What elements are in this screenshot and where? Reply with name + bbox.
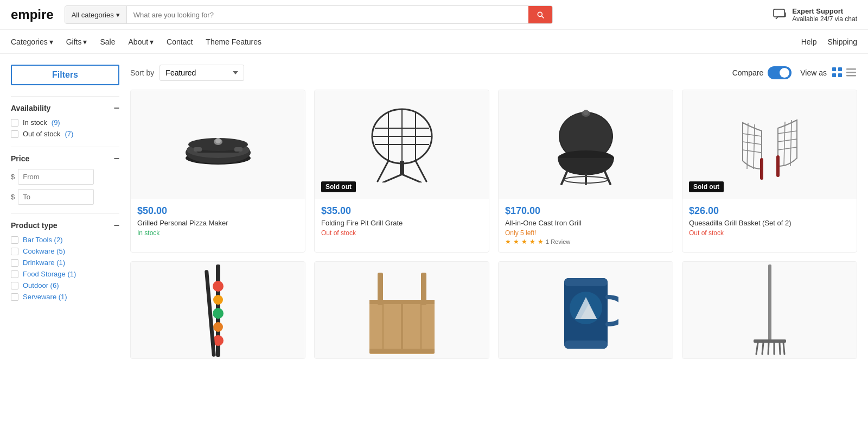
svg-point-52 [213, 295, 223, 305]
filter-out-of-stock[interactable]: Out of stock (7) [11, 130, 119, 138]
filter-in-stock[interactable]: In stock (9) [11, 118, 119, 127]
product-card-8[interactable] [682, 261, 857, 359]
expert-support[interactable]: Expert Support Available 24/7 via chat [773, 7, 857, 23]
bar-tools-label: Bar Tools (2) [23, 236, 62, 244]
svg-rect-16 [234, 147, 242, 152]
sort-select[interactable]: Featured Price: Low to High Price: High … [159, 65, 244, 81]
product-card-7[interactable] [498, 261, 673, 359]
availability-title: Availability − [11, 103, 119, 113]
availability-filter: Availability − In stock (9) Out of stock… [11, 96, 119, 138]
nav-categories[interactable]: Categories ▾ [11, 37, 53, 46]
svg-line-41 [747, 123, 748, 169]
compare-area: Compare [732, 66, 792, 79]
sort-by-label: Sort by [130, 68, 154, 77]
product-name-3: All-in-One Cast Iron Grill [505, 219, 666, 227]
price-toggle[interactable]: − [113, 154, 119, 163]
serveware-checkbox[interactable] [11, 293, 18, 301]
drinkware-checkbox[interactable] [11, 259, 18, 267]
compare-label: Compare [732, 68, 764, 77]
availability-label: Availability [11, 104, 50, 112]
cookware-checkbox[interactable] [11, 248, 18, 255]
svg-line-44 [778, 139, 797, 142]
star-1: ★ [505, 238, 511, 245]
price-to-input[interactable] [18, 189, 94, 205]
product-image-7 [499, 262, 673, 359]
svg-line-45 [778, 147, 797, 150]
in-stock-count: (9) [52, 118, 60, 127]
rake-icon [748, 264, 792, 357]
filter-drinkware[interactable]: Drinkware (1) [11, 259, 119, 267]
nav-help[interactable]: Help [801, 37, 817, 46]
filter-outdoor[interactable]: Outdoor (6) [11, 281, 119, 289]
svg-line-26 [402, 174, 421, 182]
star-5: ★ [538, 238, 544, 245]
product-type-toggle[interactable]: − [113, 221, 119, 230]
product-price-4: $26.00 [689, 205, 850, 217]
product-type-title: Product type − [11, 221, 119, 230]
nav-sale[interactable]: Sale [100, 37, 115, 46]
svg-point-32 [583, 110, 589, 115]
star-3: ★ [521, 238, 527, 245]
svg-point-54 [213, 322, 223, 332]
nav-shipping[interactable]: Shipping [828, 37, 858, 46]
svg-point-51 [213, 281, 224, 292]
svg-rect-7 [846, 75, 856, 77]
nav-theme-features[interactable]: Theme Features [206, 37, 261, 46]
filters-button[interactable]: Filters [11, 65, 119, 85]
svg-rect-4 [838, 73, 842, 77]
bar-tools-checkbox[interactable] [11, 236, 18, 244]
filter-food-storage[interactable]: Food Storage (1) [11, 270, 119, 278]
product-card-2[interactable]: Sold out [314, 90, 489, 253]
view-as-area: View as [800, 66, 857, 80]
filter-serveware[interactable]: Serveware (1) [11, 293, 119, 301]
filter-bar-tools[interactable]: Bar Tools (2) [11, 236, 119, 244]
from-dollar-sign: $ [11, 173, 15, 181]
pizza-maker-icon [180, 109, 256, 180]
product-card-6[interactable] [314, 261, 489, 359]
product-card-5[interactable] [130, 261, 305, 359]
product-card-1[interactable]: $50.00 Grilled Personal Pizza Maker In s… [130, 90, 305, 253]
star-2: ★ [513, 238, 519, 245]
grid-view-icon[interactable] [831, 66, 843, 80]
serveware-label: Serveware (1) [23, 293, 67, 301]
search-input[interactable] [127, 6, 528, 23]
toolbar: Sort by Featured Price: Low to High Pric… [130, 65, 857, 81]
product-stars-3: ★ ★ ★ ★ ★ 1 Review [505, 238, 666, 245]
category-dropdown[interactable]: All categories ▾ [65, 6, 127, 23]
product-type-filter: Product type − Bar Tools (2) Cookware (5… [11, 213, 119, 301]
svg-point-53 [213, 308, 224, 319]
product-only-left-3: Only 5 left! [505, 229, 666, 237]
crate-icon [364, 267, 440, 354]
price-from-input[interactable] [18, 169, 94, 185]
outdoor-checkbox[interactable] [11, 282, 18, 289]
compare-toggle[interactable] [768, 66, 792, 79]
search-button[interactable] [528, 6, 552, 23]
price-to-row: $ [11, 189, 119, 205]
chat-icon [773, 7, 788, 22]
list-view-icon[interactable] [845, 66, 857, 80]
svg-line-28 [416, 161, 426, 181]
product-info-1: $50.00 Grilled Personal Pizza Maker In s… [131, 199, 305, 243]
product-card-4[interactable]: Sold out [682, 90, 857, 253]
filter-cookware[interactable]: Cookware (5) [11, 247, 119, 255]
svg-line-34 [561, 172, 567, 184]
svg-rect-48 [760, 158, 763, 180]
in-stock-checkbox[interactable] [11, 119, 18, 127]
product-card-3[interactable]: $170.00 All-in-One Cast Iron Grill Only … [498, 90, 673, 253]
price-inputs: $ $ [11, 169, 119, 205]
svg-line-74 [762, 343, 763, 354]
logo[interactable]: empire [11, 7, 54, 22]
view-as-label: View as [800, 68, 827, 77]
out-of-stock-checkbox[interactable] [11, 130, 18, 138]
nav-gifts[interactable]: Gifts ▾ [66, 37, 87, 46]
nav-gifts-label: Gifts [66, 37, 82, 46]
nav-about[interactable]: About ▾ [129, 37, 154, 46]
svg-rect-49 [776, 155, 780, 177]
svg-rect-71 [768, 264, 771, 341]
nav-right: Help Shipping [801, 37, 857, 46]
food-storage-checkbox[interactable] [11, 270, 18, 278]
nav-contact[interactable]: Contact [167, 37, 193, 46]
out-of-stock-label: Out of stock [23, 130, 60, 138]
support-title: Expert Support [792, 7, 857, 15]
availability-toggle[interactable]: − [113, 103, 119, 113]
